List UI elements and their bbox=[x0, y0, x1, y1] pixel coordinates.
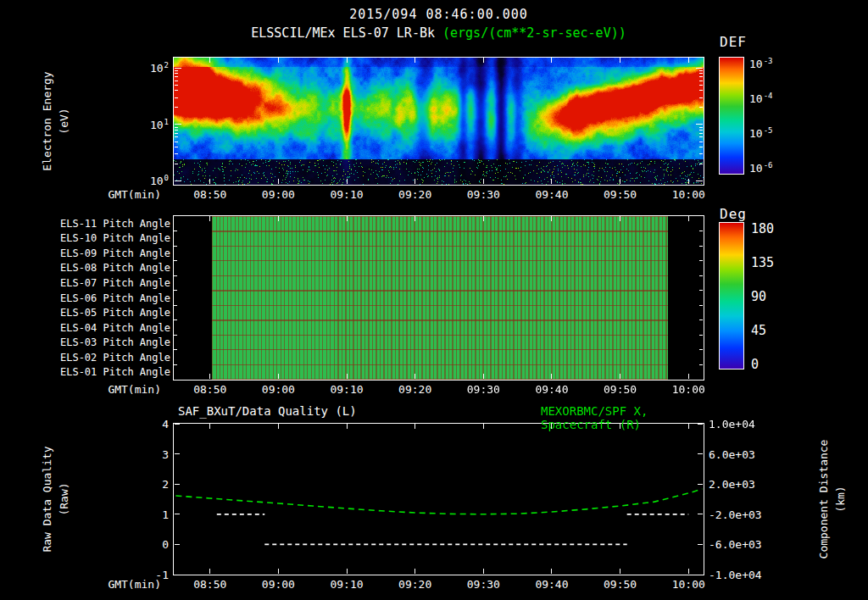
time-tick-label: 09:40 bbox=[535, 188, 568, 201]
axis-tick bbox=[483, 179, 484, 184]
time-tick-label: 09:00 bbox=[262, 188, 295, 201]
axis-tick bbox=[699, 76, 703, 77]
axis-tick bbox=[620, 374, 620, 379]
axis-tick bbox=[699, 164, 703, 164]
axis-tick bbox=[699, 142, 703, 142]
axis-tick bbox=[278, 58, 279, 63]
axis-tick bbox=[483, 424, 484, 429]
axis-tick bbox=[175, 147, 178, 147]
def-tick-label-base: 10 bbox=[749, 58, 763, 70]
time-tick-label: 09:40 bbox=[535, 578, 568, 591]
pitch-row-label: ELS-06 Pitch Angle bbox=[60, 292, 170, 304]
bottom-right-title: MEXORBMC/SPF X, Spacecraft (R) bbox=[541, 404, 704, 431]
axis-tick bbox=[175, 544, 180, 545]
pitch-row-label: ELS-05 Pitch Angle bbox=[60, 307, 170, 319]
axis-tick bbox=[175, 130, 178, 131]
energy-tick-label: 101 bbox=[150, 118, 169, 131]
axis-tick bbox=[347, 216, 348, 221]
deg-tick-label: 90 bbox=[751, 289, 766, 304]
axis-tick bbox=[698, 575, 703, 575]
axis-tick bbox=[699, 85, 703, 86]
axis-tick bbox=[175, 81, 178, 81]
axis-tick bbox=[699, 90, 703, 91]
axis-tick bbox=[699, 290, 703, 291]
def-tick-label-exp: -4 bbox=[764, 92, 773, 100]
axis-tick bbox=[699, 260, 703, 261]
axis-tick bbox=[415, 179, 415, 184]
component-distance-axis-label-line1: Component Distance bbox=[815, 440, 832, 559]
axis-tick bbox=[551, 58, 552, 63]
distance-tick-label: -1.0e+04 bbox=[709, 569, 762, 581]
axis-tick bbox=[551, 216, 552, 221]
axis-tick bbox=[699, 364, 703, 365]
axis-tick bbox=[699, 107, 703, 108]
energy-tick-label-base: 10 bbox=[150, 175, 164, 187]
time-tick-label: 09:50 bbox=[604, 383, 637, 396]
axis-tick bbox=[620, 216, 620, 221]
pitch-row-label: ELS-02 Pitch Angle bbox=[60, 352, 170, 364]
axis-tick bbox=[699, 133, 703, 134]
axis-tick bbox=[175, 90, 178, 91]
bottom-left-title: SAF_BXuT/Data Quality (L) bbox=[178, 404, 357, 418]
pitch-row-label: ELS-08 Pitch Angle bbox=[60, 262, 170, 274]
axis-tick bbox=[551, 424, 552, 429]
axis-tick bbox=[209, 374, 210, 379]
spectrogram-panel bbox=[173, 57, 704, 186]
axis-tick bbox=[699, 127, 703, 128]
axis-tick bbox=[175, 136, 178, 137]
axis-tick bbox=[699, 153, 703, 154]
axis-tick bbox=[209, 58, 210, 63]
axis-tick bbox=[175, 127, 178, 128]
time-tick-label: 08:50 bbox=[193, 188, 226, 201]
def-tick-label: 10-3 bbox=[749, 58, 773, 70]
raw-data-quality-axis-label-line1: Raw Data Quality bbox=[39, 446, 56, 552]
science-plot-page: 2015/094 08:46:00.000 ELSSCIL/MEx ELS-07… bbox=[0, 0, 868, 600]
axis-tick bbox=[175, 85, 178, 86]
axis-tick bbox=[175, 484, 180, 485]
pitch-row-label: ELS-03 Pitch Angle bbox=[60, 336, 170, 348]
pitch-row-label: ELS-09 Pitch Angle bbox=[60, 247, 170, 259]
axis-tick bbox=[699, 97, 703, 98]
axis-tick bbox=[175, 514, 180, 514]
axis-tick bbox=[174, 231, 177, 231]
axis-tick bbox=[699, 81, 703, 81]
def-tick-label-base: 10 bbox=[749, 127, 763, 140]
pitch-row-label: ELS-04 Pitch Angle bbox=[60, 322, 170, 334]
def-tick-label: 10-5 bbox=[749, 127, 773, 140]
axis-tick bbox=[699, 305, 703, 306]
axis-tick bbox=[175, 153, 178, 154]
time-tick-label: 09:10 bbox=[330, 383, 363, 396]
energy-tick-label-exp: 1 bbox=[164, 117, 169, 125]
axis-tick bbox=[699, 136, 703, 137]
axis-tick bbox=[174, 335, 177, 336]
axis-tick bbox=[175, 424, 180, 425]
def-colorbar-title: DEF bbox=[720, 34, 747, 50]
axis-tick bbox=[175, 142, 178, 142]
axis-tick bbox=[620, 179, 620, 184]
axis-tick bbox=[175, 164, 178, 164]
quality-tick-label: 0 bbox=[162, 538, 169, 551]
component-distance-axis-label: Component Distance (km) bbox=[815, 440, 849, 559]
axis-tick bbox=[175, 76, 178, 77]
distance-tick-label: 1.0e+04 bbox=[709, 418, 755, 431]
time-tick-label: 09:50 bbox=[604, 188, 637, 201]
axis-tick bbox=[209, 179, 210, 184]
deg-tick-label: 45 bbox=[751, 323, 766, 338]
time-tick-label: 09:30 bbox=[467, 578, 500, 591]
axis-tick bbox=[620, 58, 620, 63]
time-tick-label: 09:50 bbox=[604, 578, 637, 591]
axis-tick bbox=[175, 575, 180, 575]
axis-tick bbox=[415, 374, 415, 379]
axis-tick bbox=[696, 181, 703, 181]
axis-tick bbox=[698, 453, 703, 454]
deg-colorbar bbox=[719, 222, 744, 369]
axis-tick bbox=[698, 424, 703, 425]
def-colorbar bbox=[719, 57, 744, 175]
energy-tick-label-base: 10 bbox=[150, 118, 164, 131]
def-tick-label-exp: -3 bbox=[764, 57, 773, 65]
spectrogram-canvas bbox=[174, 58, 704, 185]
component-distance-axis-label-line2: (km) bbox=[832, 440, 849, 559]
axis-tick bbox=[483, 374, 484, 379]
subtitle-instrument: ELSSCIL/MEx ELS-07 LR-Bk bbox=[251, 25, 435, 41]
distance-tick-label: -6.0e+03 bbox=[709, 538, 762, 551]
